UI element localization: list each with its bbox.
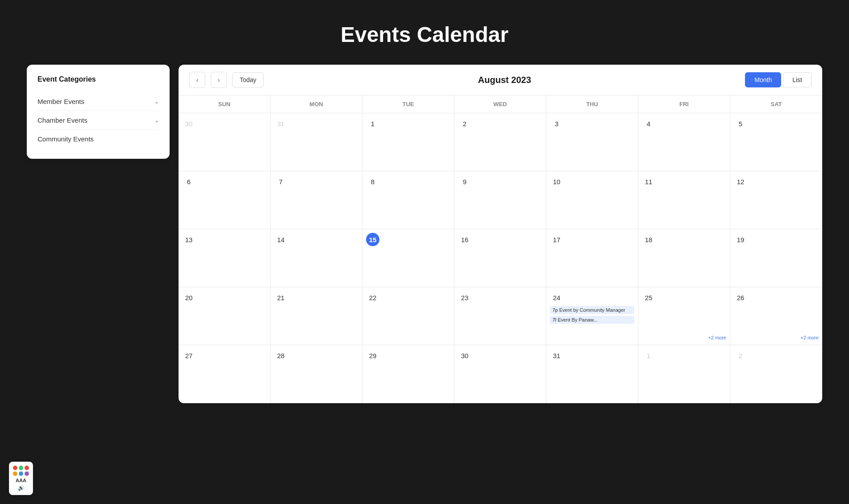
day-header-mon: MON	[271, 95, 362, 113]
day-header-sun: SUN	[179, 95, 271, 113]
month-view-button[interactable]: Month	[745, 72, 781, 87]
day-cell-31b[interactable]: 31	[546, 345, 638, 403]
day-number: 18	[642, 233, 655, 246]
day-number: 26	[734, 291, 747, 304]
day-cell-sep1[interactable]: 1	[638, 345, 730, 403]
accessibility-text: AAA	[16, 478, 26, 483]
day-number: 7	[274, 175, 287, 188]
day-cell-20[interactable]: 20	[179, 287, 271, 345]
day-number: 9	[458, 175, 471, 188]
event-item[interactable]: 7p Event by Community Manager	[550, 306, 634, 314]
chamber-events-label: Chamber Events	[37, 116, 87, 124]
day-number: 13	[182, 233, 196, 246]
day-cell-19[interactable]: 19	[730, 229, 822, 287]
sidebar-title: Event Categories	[37, 75, 159, 83]
today-button[interactable]: Today	[232, 72, 264, 87]
day-cell-8[interactable]: 8	[362, 171, 454, 229]
day-number: 11	[642, 175, 655, 188]
day-number: 23	[458, 291, 471, 304]
day-header-wed: WED	[454, 95, 546, 113]
day-headers: SUN MON TUE WED THU FRI SAT	[179, 95, 822, 113]
event-title: Event by Community Manager	[559, 307, 625, 313]
main-content: Event Categories Member Events ⌄ Chamber…	[0, 65, 849, 403]
color-dots	[13, 466, 29, 476]
day-number: 27	[182, 349, 196, 362]
day-cell-6[interactable]: 6	[179, 171, 271, 229]
day-cell-25[interactable]: 25 +2 more	[638, 287, 730, 345]
day-number: 24	[550, 291, 563, 304]
day-number: 29	[366, 349, 379, 362]
day-header-fri: FRI	[638, 95, 730, 113]
day-cell-28[interactable]: 28	[271, 345, 362, 403]
day-number: 10	[550, 175, 563, 188]
list-view-button[interactable]: List	[783, 72, 812, 87]
day-cell-17[interactable]: 17	[546, 229, 638, 287]
day-cell-21[interactable]: 21	[271, 287, 362, 345]
day-number: 1	[366, 117, 379, 130]
page-header: Events Calendar	[0, 0, 849, 65]
community-events-label: Community Events	[37, 135, 94, 143]
day-header-tue: TUE	[362, 95, 454, 113]
event-time-2: 7l	[553, 318, 556, 322]
day-cell-14[interactable]: 14	[271, 229, 362, 287]
day-cell-30[interactable]: 30	[179, 113, 271, 171]
event-item-2[interactable]: 7l Event By Panaw...	[550, 316, 634, 324]
day-header-sat: SAT	[730, 95, 822, 113]
day-number: 25	[642, 291, 655, 304]
day-cell-31[interactable]: 31	[271, 113, 362, 171]
day-number: 2	[458, 117, 471, 130]
day-number: 19	[734, 233, 747, 246]
day-cell-3[interactable]: 3	[546, 113, 638, 171]
chevron-down-icon: ⌄	[154, 117, 159, 124]
day-cell-22[interactable]: 22	[362, 287, 454, 345]
day-cell-16[interactable]: 16	[454, 229, 546, 287]
day-number: 2	[734, 349, 747, 362]
day-cell-15[interactable]: 15	[362, 229, 454, 287]
sidebar-item-member-events[interactable]: Member Events ⌄	[37, 92, 159, 111]
day-number: 8	[366, 175, 379, 188]
day-cell-24[interactable]: 24 7p Event by Community Manager 7l Even…	[546, 287, 638, 345]
day-cell-18[interactable]: 18	[638, 229, 730, 287]
day-number: 21	[274, 291, 287, 304]
sidebar: Event Categories Member Events ⌄ Chamber…	[27, 65, 170, 159]
day-number: 16	[458, 233, 471, 246]
calendar-header: ‹ › Today August 2023 Month List	[179, 65, 822, 95]
day-cell-29[interactable]: 29	[362, 345, 454, 403]
view-toggle: Month List	[745, 72, 812, 87]
day-number: 30	[458, 349, 471, 362]
day-number: 28	[274, 349, 287, 362]
next-month-button[interactable]: ›	[211, 72, 227, 88]
day-number: 6	[182, 175, 196, 188]
day-cell-4[interactable]: 4	[638, 113, 730, 171]
sidebar-item-chamber-events[interactable]: Chamber Events ⌄	[37, 111, 159, 130]
day-number: 22	[366, 291, 379, 304]
day-number: 30	[182, 117, 196, 130]
more-events-link-2[interactable]: +2 more	[800, 335, 819, 340]
day-cell-26[interactable]: 26 +2 more	[730, 287, 822, 345]
day-number: 14	[274, 233, 287, 246]
color-dot-2	[19, 466, 23, 470]
day-cell-10[interactable]: 10	[546, 171, 638, 229]
day-cell-sep2[interactable]: 2	[730, 345, 822, 403]
day-cell-7[interactable]: 7	[271, 171, 362, 229]
accessibility-widget[interactable]: AAA 🔊	[9, 462, 33, 495]
day-cell-11[interactable]: 11	[638, 171, 730, 229]
prev-month-button[interactable]: ‹	[189, 72, 205, 88]
day-number: 17	[550, 233, 563, 246]
speaker-icon: 🔊	[18, 485, 25, 491]
day-cell-5[interactable]: 5	[730, 113, 822, 171]
day-number: 5	[734, 117, 747, 130]
day-cell-1[interactable]: 1	[362, 113, 454, 171]
day-cell-27[interactable]: 27	[179, 345, 271, 403]
day-cell-2[interactable]: 2	[454, 113, 546, 171]
day-cell-12[interactable]: 12	[730, 171, 822, 229]
color-dot-1	[13, 466, 17, 470]
more-events-link[interactable]: +2 more	[708, 335, 726, 340]
day-cell-23[interactable]: 23	[454, 287, 546, 345]
event-time: 7p	[553, 308, 558, 313]
day-cell-30b[interactable]: 30	[454, 345, 546, 403]
sidebar-item-community-events[interactable]: Community Events	[37, 130, 159, 148]
day-number: 20	[182, 291, 196, 304]
day-cell-13[interactable]: 13	[179, 229, 271, 287]
day-cell-9[interactable]: 9	[454, 171, 546, 229]
